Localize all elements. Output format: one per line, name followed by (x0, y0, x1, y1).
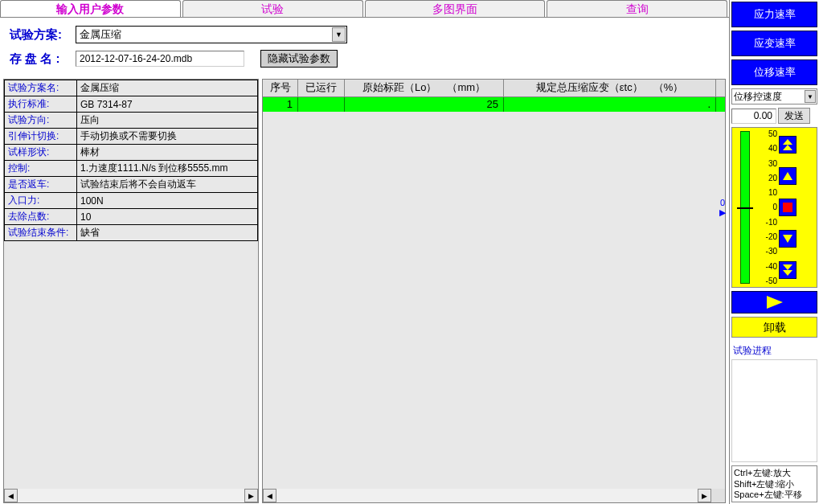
params-panel: 试验方案名:金属压缩执行标准:GB 7314-87试验方向:压向引伸计切换:手动… (3, 79, 259, 503)
tab-query[interactable]: 查询 (547, 0, 727, 17)
param-row: 去除点数:10 (5, 209, 258, 225)
save-label: 存 盘 名 : (10, 51, 76, 67)
fast-up-button[interactable] (779, 136, 796, 154)
tab-test[interactable]: 试验 (182, 0, 363, 17)
slider-zero-marker: 0 ▶ (719, 198, 726, 218)
col-seq: 序号 (263, 80, 298, 96)
scroll-right-icon[interactable]: ▶ (244, 489, 258, 502)
param-key: 入口力: (5, 193, 77, 209)
cell (298, 97, 345, 112)
scroll-left-icon[interactable]: ◀ (263, 489, 276, 502)
param-key: 引伸计切换: (5, 129, 77, 145)
control-mode-select[interactable]: 位移控速度 ▼ (731, 88, 817, 104)
run-button[interactable] (731, 291, 817, 313)
tab-input-params[interactable]: 输入用户参数 (0, 0, 181, 17)
col-run: 已运行 (298, 80, 345, 96)
param-row: 执行标准:GB 7314-87 (5, 96, 258, 113)
help-text: Ctrl+左键:放大Shift+左键:缩小Space+左键:平移 (731, 465, 817, 502)
progress-label: 试验进程 (733, 344, 816, 358)
plan-select[interactable]: 金属压缩 ▼ (76, 26, 347, 43)
param-value: 100N (77, 193, 258, 209)
col-lo: 原始标距（Lo） （mm） (345, 80, 504, 96)
fast-down-button[interactable] (779, 261, 796, 279)
param-value: 试验结束后将不会自动返车 (77, 177, 258, 193)
param-key: 去除点数: (5, 209, 77, 225)
send-button[interactable]: 发送 (778, 108, 810, 124)
param-row: 引伸计切换:手动切换或不需要切换 (5, 129, 258, 145)
cell: 25 (345, 97, 504, 112)
param-value: 金属压缩 (77, 80, 258, 96)
param-value: 压向 (77, 113, 258, 129)
down-button[interactable] (779, 230, 796, 248)
param-value: GB 7314-87 (77, 96, 258, 113)
up-button[interactable] (779, 167, 796, 185)
param-key: 试验方向: (5, 113, 77, 129)
slider-tick: 50 (758, 129, 777, 138)
chevron-down-icon: ▼ (332, 27, 346, 42)
slider-tick: -20 (758, 232, 777, 241)
stress-rate-button[interactable]: 应力速率 (731, 2, 817, 27)
table-row[interactable]: 125. (263, 97, 725, 112)
param-row: 试验方案名:金属压缩 (5, 80, 258, 96)
param-row: 试验结束条件:缺省 (5, 225, 258, 241)
param-row: 是否返车:试验结束后将不会自动返车 (5, 177, 258, 193)
param-key: 试样形状: (5, 145, 77, 161)
slider-tick: 30 (758, 159, 777, 168)
param-key: 试验方案名: (5, 80, 77, 96)
slider-tick: -30 (758, 247, 777, 256)
cell: . (504, 97, 716, 112)
play-icon (767, 296, 783, 309)
displacement-rate-button[interactable]: 位移速率 (731, 59, 817, 85)
data-hscroll[interactable]: ◀ ▶ (263, 489, 711, 502)
speed-slider[interactable]: 0 ▶ (734, 131, 756, 284)
chevron-down-icon: ▼ (805, 90, 816, 103)
slider-tick: -10 (758, 218, 777, 227)
param-value: 10 (77, 209, 258, 225)
param-row: 试验方向:压向 (5, 113, 258, 129)
param-row: 试样形状:棒材 (5, 145, 258, 161)
param-value: 棒材 (77, 145, 258, 161)
slider-tick: -50 (758, 277, 777, 285)
unload-button[interactable]: 卸载 (731, 317, 817, 338)
plan-value: 金属压缩 (80, 27, 121, 42)
param-row: 入口力:100N (5, 193, 258, 209)
param-value: 缺省 (77, 225, 258, 241)
param-key: 执行标准: (5, 96, 77, 113)
col-etc: 规定总压缩应变（εtc） （%） (504, 80, 716, 96)
data-panel: 序号 已运行 原始标距（Lo） （mm） 规定总压缩应变（εtc） （%） 12… (262, 79, 726, 503)
param-row: 控制:1.力速度1111.N/s 到位移5555.mm (5, 161, 258, 177)
speed-slider-panel: 0 ▶ 50403020100-10-20-30-40-50 (731, 127, 817, 288)
slider-tick: -40 (758, 262, 777, 271)
cell: 1 (263, 97, 298, 112)
plan-label: 试验方案: (10, 27, 76, 43)
stop-button[interactable] (779, 199, 796, 216)
param-key: 是否返车: (5, 177, 77, 193)
tab-multi-chart[interactable]: 多图界面 (365, 0, 546, 17)
scroll-left-icon[interactable]: ◀ (4, 489, 18, 502)
hide-params-button[interactable]: 隐藏试验参数 (260, 50, 338, 68)
scroll-right-icon[interactable]: ▶ (698, 489, 711, 502)
params-hscroll[interactable]: ◀ ▶ (4, 489, 258, 502)
slider-tick: 20 (758, 174, 777, 182)
slider-tick: 10 (758, 188, 777, 197)
save-name-input[interactable] (76, 51, 244, 67)
slider-tick: 40 (758, 144, 777, 153)
control-value-input[interactable] (731, 109, 776, 124)
control-mode-value: 位移控速度 (734, 90, 782, 104)
strain-rate-button[interactable]: 应变速率 (731, 31, 817, 56)
param-value: 手动切换或不需要切换 (77, 129, 258, 145)
param-key: 试验结束条件: (5, 225, 77, 241)
param-value: 1.力速度1111.N/s 到位移5555.mm (77, 161, 258, 177)
param-key: 控制: (5, 161, 77, 177)
slider-tick: 0 (758, 203, 777, 211)
progress-box (731, 359, 817, 462)
